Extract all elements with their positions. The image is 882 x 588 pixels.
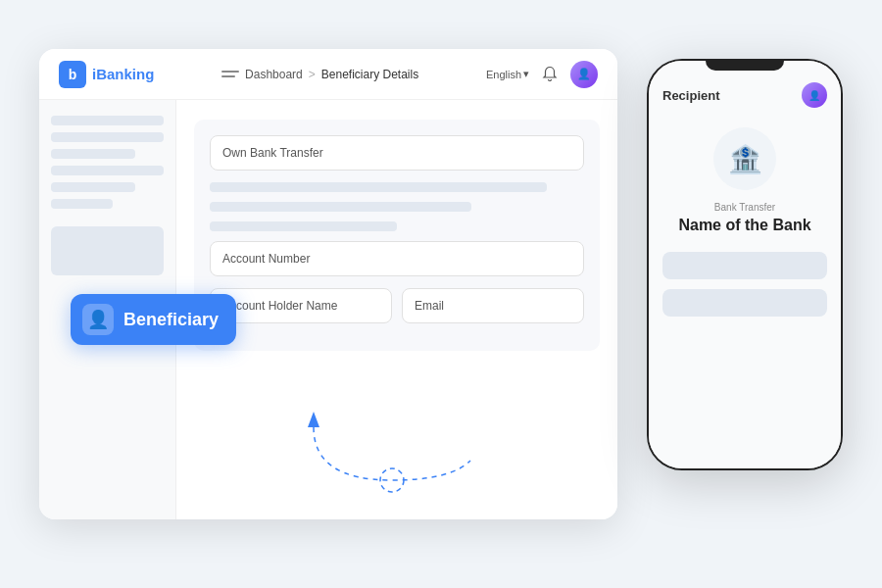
phone-header: Recipient 👤 <box>662 82 827 108</box>
sidebar-skeleton <box>51 199 113 209</box>
phone-skeleton-1 <box>662 252 827 279</box>
beneficiary-icon: 👤 <box>82 304 114 335</box>
sidebar-group-1 <box>51 116 164 209</box>
language-label: English <box>486 69 521 80</box>
breadcrumb-separator: > <box>309 68 316 81</box>
menu-icon <box>221 68 239 81</box>
input-row: Account Holder Name Email <box>210 288 584 335</box>
sidebar-block <box>51 226 164 275</box>
bank-icon: 🏦 <box>713 127 776 190</box>
email-input[interactable]: Email <box>402 288 584 323</box>
transfer-type-label: Own Bank Transfer <box>222 146 323 160</box>
sidebar-skeleton <box>51 166 164 175</box>
scene: b iBanking Dashboard > Beneficiary Detai… <box>20 29 862 559</box>
account-number-label: Account Number <box>222 252 310 266</box>
phone-notch <box>706 61 784 71</box>
browser-window: b iBanking Dashboard > Beneficiary Detai… <box>39 49 617 519</box>
phone-frame: Recipient 👤 🏦 Bank Transfer Name of the … <box>647 59 843 470</box>
email-label: Email <box>415 299 444 313</box>
phone-recipient-label: Recipient <box>662 88 720 103</box>
skeleton-line-2 <box>210 202 471 212</box>
skeleton-line-3 <box>210 221 397 231</box>
transfer-type-input[interactable]: Own Bank Transfer <box>210 135 584 171</box>
logo-icon: b <box>59 61 86 88</box>
account-holder-label: Account Holder Name <box>222 299 337 313</box>
sidebar-skeleton <box>51 182 135 192</box>
sidebar-skeleton <box>51 149 135 159</box>
form-card: Own Bank Transfer Account Number Account… <box>194 120 600 351</box>
logo-letter: b <box>69 67 77 82</box>
header-right: English ▾ 👤 <box>486 61 598 88</box>
breadcrumb-current: Beneficiary Details <box>321 68 418 81</box>
account-holder-input[interactable]: Account Holder Name <box>210 288 392 323</box>
breadcrumb: Dashboard > Beneficiary Details <box>221 68 418 81</box>
account-number-input[interactable]: Account Number <box>210 241 584 276</box>
phone-content: Recipient 👤 🏦 Bank Transfer Name of the … <box>649 61 841 468</box>
notification-icon[interactable] <box>541 66 559 83</box>
sidebar-skeleton <box>51 132 164 142</box>
bank-name: Name of the Bank <box>662 217 827 234</box>
logo-area: b iBanking <box>59 61 154 88</box>
phone-skeleton-2 <box>662 289 827 317</box>
logo-text: iBanking <box>92 66 154 82</box>
language-arrow: ▾ <box>523 68 529 80</box>
breadcrumb-home[interactable]: Dashboard <box>245 68 303 81</box>
sidebar-skeleton <box>51 116 164 125</box>
user-avatar[interactable]: 👤 <box>570 61 598 88</box>
beneficiary-label: Beneficiary <box>123 310 219 330</box>
skeleton-line-1 <box>210 182 547 192</box>
browser-header: b iBanking Dashboard > Beneficiary Detai… <box>39 49 617 100</box>
main-content: Own Bank Transfer Account Number Account… <box>176 100 617 519</box>
bank-transfer-label: Bank Transfer <box>662 202 827 213</box>
phone-avatar: 👤 <box>802 82 827 108</box>
language-selector[interactable]: English ▾ <box>486 68 529 80</box>
beneficiary-badge: 👤 Beneficiary <box>71 294 236 345</box>
